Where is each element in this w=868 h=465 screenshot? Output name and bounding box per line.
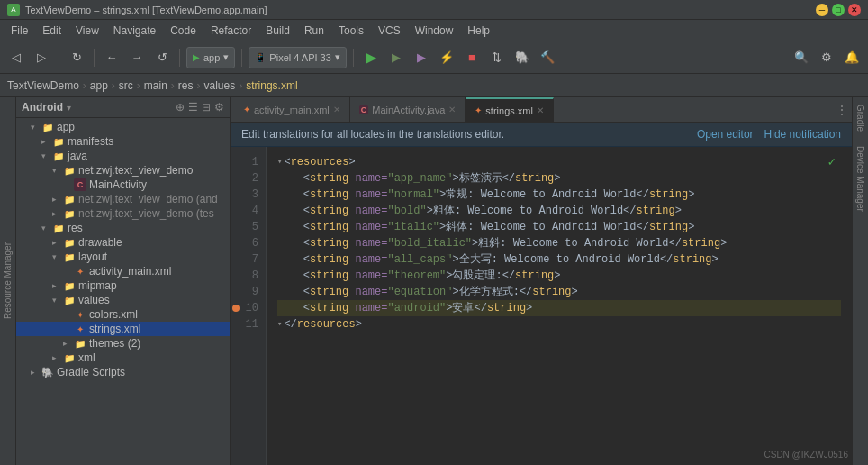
- menu-help[interactable]: Help: [460, 23, 497, 39]
- list-icon[interactable]: ☰: [188, 101, 198, 114]
- code-content[interactable]: ▾ <resources> ✓ <string name="app_name">…: [267, 147, 852, 465]
- tree-item-app[interactable]: ▾ 📁 app: [16, 120, 230, 134]
- menu-view[interactable]: View: [68, 23, 106, 39]
- search-button[interactable]: 🔍: [791, 47, 812, 68]
- tab-strings-xml[interactable]: ✦ strings.xml ✕: [466, 97, 554, 123]
- tree-item-values[interactable]: ▾ 📁 values: [16, 293, 230, 307]
- gradle-panel-label[interactable]: Gradle: [854, 97, 867, 139]
- toolbar-refresh-btn[interactable]: ↻: [66, 47, 87, 68]
- tree-item-themes[interactable]: ▸ 📁 themes (2): [16, 336, 230, 351]
- tab-close-activity-main[interactable]: ✕: [333, 105, 340, 114]
- bc-src[interactable]: src: [119, 79, 133, 92]
- tree-item-mipmap[interactable]: ▸ 📁 mipmap: [16, 278, 230, 293]
- tree-item-gradle[interactable]: ▸ 🐘 Gradle Scripts: [16, 365, 230, 379]
- build-button[interactable]: 🔨: [537, 47, 558, 68]
- menu-edit[interactable]: Edit: [35, 23, 68, 39]
- menu-navigate[interactable]: Navigate: [106, 23, 163, 39]
- tree-arrow-drawable: ▸: [52, 238, 63, 247]
- stop-button[interactable]: ■: [461, 47, 483, 68]
- menu-file[interactable]: File: [4, 23, 35, 39]
- bc-strings-xml[interactable]: strings.xml: [246, 79, 297, 92]
- fold-arrow-1[interactable]: ▾: [277, 154, 282, 170]
- toolbar-undo-btn[interactable]: ↺: [151, 47, 173, 68]
- tree-item-manifests[interactable]: ▸ 📁 manifests: [16, 134, 230, 149]
- code-editor[interactable]: 1 2 3 4 5 6 7 8 9 10 11 ▾ <resources> ✓: [231, 147, 852, 465]
- tree-item-res[interactable]: ▾ 📁 res: [16, 221, 230, 235]
- bc-main[interactable]: main: [144, 79, 167, 92]
- sidebar-dropdown-arrow[interactable]: ▾: [67, 103, 71, 113]
- toolbar-forward-btn[interactable]: ▷: [31, 47, 52, 68]
- main-layout: Resource Manager Android ▾ ⊕ ☰ ⊟ ⚙ ▾ 📁 a…: [0, 97, 868, 465]
- tree-text-mainactivity: MainActivity: [89, 178, 147, 191]
- tree-text-themes: themes (2): [89, 337, 140, 350]
- tree-item-pkg-and[interactable]: ▸ 📁 net.zwj.text_view_demo (and: [16, 192, 230, 206]
- app-dropdown[interactable]: ▶ app ▾: [186, 47, 235, 68]
- hide-notification-link[interactable]: Hide notification: [764, 128, 841, 141]
- settings-icon[interactable]: ⚙: [214, 101, 224, 114]
- run-button[interactable]: ▶: [360, 47, 382, 68]
- toolbar-arrow-right-btn[interactable]: →: [126, 47, 148, 68]
- tree-item-colors-xml[interactable]: ✦ colors.xml: [16, 307, 230, 322]
- toolbar-back-btn[interactable]: ◁: [5, 47, 27, 68]
- tab-activity-main[interactable]: ✦ activity_main.xml ✕: [234, 97, 350, 123]
- tree-item-activity-main-xml[interactable]: ✦ activity_main.xml: [16, 264, 230, 278]
- notifications-button[interactable]: 🔔: [841, 47, 863, 68]
- tree-item-java[interactable]: ▾ 📁 java: [16, 149, 230, 163]
- tree-text-values: values: [78, 294, 110, 306]
- resource-manager-label[interactable]: Resource Manager: [1, 239, 14, 323]
- tree-item-strings-xml[interactable]: ✦ strings.xml: [16, 322, 230, 336]
- tab-close-mainactivity[interactable]: ✕: [448, 105, 456, 114]
- menu-build[interactable]: Build: [258, 23, 297, 39]
- device-manager-label[interactable]: Device Manager: [854, 139, 867, 219]
- maximize-button[interactable]: □: [832, 4, 845, 16]
- left-panel-label[interactable]: Resource Manager: [0, 97, 16, 465]
- tree-item-pkg-main[interactable]: ▾ 📁 net.zwj.text_view_demo: [16, 163, 230, 178]
- menu-run[interactable]: Run: [297, 23, 331, 39]
- tab-close-strings-xml[interactable]: ✕: [537, 105, 544, 115]
- tab-icon-mainactivity: C: [359, 105, 369, 114]
- watermark: CSDN @IKZWJ0516: [764, 450, 848, 460]
- folder-icon-manifests: 📁: [52, 135, 65, 148]
- close-button[interactable]: ✕: [848, 4, 861, 16]
- tab-bar: ✦ activity_main.xml ✕ C MainActivity.jav…: [231, 97, 852, 123]
- menu-refactor[interactable]: Refactor: [203, 23, 258, 39]
- folder-icon-drawable: 📁: [63, 236, 76, 249]
- profile-button[interactable]: ⚡: [436, 47, 457, 68]
- sync-icon[interactable]: ⊕: [176, 101, 185, 114]
- coverage-button[interactable]: ▶: [411, 47, 432, 68]
- device-dropdown[interactable]: 📱 Pixel 4 API 33 ▾: [249, 47, 347, 68]
- tree-item-xml[interactable]: ▸ 📁 xml: [16, 351, 230, 365]
- bc-textviewdemo[interactable]: TextViewDemo: [7, 79, 79, 92]
- window-controls[interactable]: ─ □ ✕: [816, 4, 861, 16]
- tab-mainactivity[interactable]: C MainActivity.java ✕: [350, 97, 466, 123]
- folder-icon-themes: 📁: [74, 337, 86, 350]
- line-num-5: 5: [231, 219, 266, 235]
- minimize-button[interactable]: ─: [816, 4, 828, 16]
- fold-arrow-11[interactable]: ▾: [277, 316, 282, 333]
- menu-tools[interactable]: Tools: [331, 23, 371, 39]
- collapse-icon[interactable]: ⊟: [202, 101, 211, 114]
- tree-item-pkg-tes[interactable]: ▸ 📁 net.zwj.text_view_demo (tes: [16, 206, 230, 221]
- toolbar: ◁ ▷ ↻ ← → ↺ ▶ app ▾ 📱 Pixel 4 API 33 ▾ ▶…: [0, 41, 868, 74]
- line-num-3: 3: [231, 187, 266, 203]
- bc-res[interactable]: res: [178, 79, 194, 92]
- settings-button[interactable]: ⚙: [816, 47, 837, 68]
- tab-options-button[interactable]: ⋮: [836, 103, 848, 117]
- menu-vcs[interactable]: VCS: [371, 23, 408, 39]
- tree-item-layout[interactable]: ▾ 📁 layout: [16, 250, 230, 264]
- sync-button[interactable]: ⇅: [486, 47, 508, 68]
- menu-window[interactable]: Window: [408, 23, 461, 39]
- menu-code[interactable]: Code: [163, 23, 203, 39]
- bc-app[interactable]: app: [90, 79, 108, 92]
- tree-arrow-pkg-tes: ▸: [52, 209, 63, 218]
- open-editor-link[interactable]: Open editor: [697, 128, 754, 141]
- bc-sep5: ›: [197, 79, 201, 92]
- toolbar-arrow-left-btn[interactable]: ←: [101, 47, 122, 68]
- debug-button[interactable]: ▶: [385, 47, 407, 68]
- tree-item-mainactivity[interactable]: C MainActivity: [16, 178, 230, 192]
- title-bar: A TextViewDemo – strings.xml [TextViewDe…: [0, 0, 868, 20]
- bc-values[interactable]: values: [204, 79, 236, 92]
- elephant-button[interactable]: 🐘: [511, 47, 533, 68]
- java-icon-mainactivity: C: [74, 178, 86, 191]
- tree-item-drawable[interactable]: ▸ 📁 drawable: [16, 235, 230, 250]
